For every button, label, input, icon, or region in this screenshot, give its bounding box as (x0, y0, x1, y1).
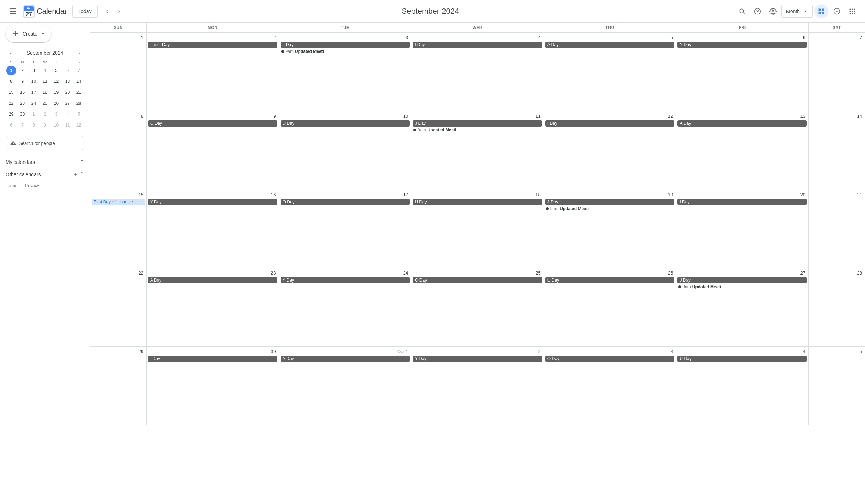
event-chip[interactable]: I Day (677, 199, 807, 205)
event-dot-row[interactable]: 9amUpdated Meeti (413, 127, 542, 133)
mini-cal-day[interactable]: 19 (51, 87, 61, 97)
mini-cal-day[interactable]: 17 (29, 87, 39, 97)
apps-button[interactable] (845, 4, 859, 18)
calendar-cell[interactable]: 22 (90, 268, 147, 346)
mini-cal-day[interactable]: 2 (18, 66, 27, 75)
event-chip[interactable]: First Day of Hispanic (92, 199, 145, 205)
mini-cal-day[interactable]: 29 (6, 109, 16, 119)
calendar-cell[interactable]: 23A Day (147, 268, 279, 346)
calendar-cell[interactable]: 13A Day (676, 111, 809, 190)
mini-cal-day[interactable]: 6 (6, 120, 16, 130)
grid-view-button[interactable] (814, 4, 828, 18)
calendar-cell[interactable]: 4U Day (676, 347, 809, 425)
mini-cal-day[interactable]: 18 (40, 87, 50, 97)
calendar-cell[interactable]: 25O Day (411, 268, 544, 346)
other-calendars-section[interactable]: Other calendars ⌃ (6, 168, 84, 180)
mini-cal-day[interactable]: 12 (74, 120, 84, 130)
calendar-cell[interactable]: 14 (809, 111, 865, 190)
event-chip[interactable]: I Day (148, 356, 277, 362)
mini-cal-day[interactable]: 9 (40, 120, 50, 130)
event-chip[interactable]: Labor Day (148, 42, 277, 48)
calendar-cell[interactable]: 18U Day (411, 190, 544, 268)
mini-cal-day[interactable]: 4 (63, 109, 73, 119)
mini-cal-day[interactable]: 21 (74, 87, 84, 97)
calendar-cell[interactable]: 3O Day (544, 347, 676, 425)
calendar-cell[interactable]: 7 (809, 33, 865, 111)
calendar-cell[interactable]: 11J Day9amUpdated Meeti (411, 111, 544, 190)
calendar-cell[interactable]: 17O Day (279, 190, 412, 268)
mini-cal-day[interactable]: 14 (74, 76, 84, 86)
event-chip[interactable]: A Day (281, 356, 410, 362)
privacy-link[interactable]: Privacy (25, 183, 39, 188)
mini-cal-day[interactable]: 3 (29, 66, 39, 75)
calendar-cell[interactable]: 29 (90, 347, 147, 425)
event-chip[interactable]: A Day (677, 120, 807, 127)
mini-cal-day[interactable]: 20 (63, 87, 73, 97)
mini-cal-day[interactable]: 8 (29, 120, 39, 130)
calendar-cell[interactable]: 2Labor Day (147, 33, 279, 111)
mini-cal-day[interactable]: 4 (40, 66, 50, 75)
event-dot-row[interactable]: 9amUpdated Meeti (677, 284, 807, 290)
mini-cal-day[interactable]: 6 (63, 66, 73, 75)
event-chip[interactable]: Y Day (413, 356, 542, 362)
mini-cal-day[interactable]: 28 (74, 98, 84, 108)
event-chip[interactable]: I Day (545, 120, 675, 127)
event-chip[interactable]: U Day (677, 356, 807, 362)
event-chip[interactable]: J Day (677, 277, 807, 283)
mini-cal-day[interactable]: 22 (6, 98, 16, 108)
mini-cal-day[interactable]: 16 (18, 87, 27, 97)
calendar-cell[interactable]: 8 (90, 111, 147, 190)
event-chip[interactable]: U Day (281, 120, 410, 127)
calendar-cell[interactable]: 3J Day9amUpdated Meeti (279, 33, 412, 111)
calendar-cell[interactable]: 16Y Day (147, 190, 279, 268)
calendar-cell[interactable]: 20I Day (676, 190, 809, 268)
event-chip[interactable]: O Day (545, 356, 675, 362)
mini-cal-day[interactable]: 23 (18, 98, 27, 108)
event-chip[interactable]: O Day (148, 120, 277, 127)
search-button[interactable] (735, 4, 749, 18)
calendar-cell[interactable]: 15First Day of Hispanic (90, 190, 147, 268)
prev-month-button[interactable]: ‹ (100, 5, 113, 18)
my-calendars-section[interactable]: My calendars ⌃ (6, 156, 84, 168)
mini-cal-day[interactable]: 2 (40, 109, 50, 119)
calendar-cell[interactable]: 10U Day (279, 111, 412, 190)
event-chip[interactable]: Y Day (281, 277, 410, 283)
mini-cal-day[interactable]: 26 (51, 98, 61, 108)
mini-cal-day[interactable]: 25 (40, 98, 50, 108)
mini-cal-day[interactable]: 11 (63, 120, 73, 130)
mini-cal-day[interactable]: 15 (6, 87, 16, 97)
mini-cal-day[interactable]: 11 (40, 76, 50, 86)
calendar-cell[interactable]: 26U Day (544, 268, 676, 346)
calendar-cell[interactable]: 2Y Day (411, 347, 544, 425)
search-people-button[interactable]: Search for people (6, 136, 84, 150)
calendar-cell[interactable]: 1 (90, 33, 147, 111)
event-chip[interactable]: U Day (545, 277, 675, 283)
event-chip[interactable]: J Day (545, 199, 675, 205)
calendar-cell[interactable]: 19J Day9amUpdated Meeti (544, 190, 676, 268)
event-dot-row[interactable]: 9amUpdated Meeti (545, 206, 675, 211)
mini-cal-day[interactable]: 24 (29, 98, 39, 108)
settings-button[interactable] (766, 4, 780, 18)
calendar-cell[interactable]: 24Y Day (279, 268, 412, 346)
calendar-cell[interactable]: 28 (809, 268, 865, 346)
event-chip[interactable]: I Day (413, 42, 542, 48)
event-chip[interactable]: Y Day (148, 199, 277, 205)
help-button[interactable] (750, 4, 765, 18)
mini-cal-day[interactable]: 3 (51, 109, 61, 119)
calendar-cell[interactable]: 12I Day (544, 111, 676, 190)
event-chip[interactable]: O Day (413, 277, 542, 283)
calendar-cell[interactable]: 6Y Day (676, 33, 809, 111)
event-chip[interactable]: U Day (413, 199, 542, 205)
calendar-cell[interactable]: 21 (809, 190, 865, 268)
event-chip[interactable]: J Day (281, 42, 410, 48)
mini-cal-day[interactable]: 13 (63, 76, 73, 86)
mini-cal-day[interactable]: 12 (51, 76, 61, 86)
view-selector[interactable]: Month (781, 5, 813, 18)
mini-cal-day[interactable]: 30 (18, 109, 27, 119)
mini-cal-day[interactable]: 27 (63, 98, 73, 108)
mini-next-button[interactable]: › (74, 48, 84, 58)
event-chip[interactable]: O Day (281, 199, 410, 205)
mini-cal-day[interactable]: 1 (6, 66, 16, 75)
calendar-cell[interactable]: 5A Day (544, 33, 676, 111)
hamburger-button[interactable] (6, 4, 20, 18)
